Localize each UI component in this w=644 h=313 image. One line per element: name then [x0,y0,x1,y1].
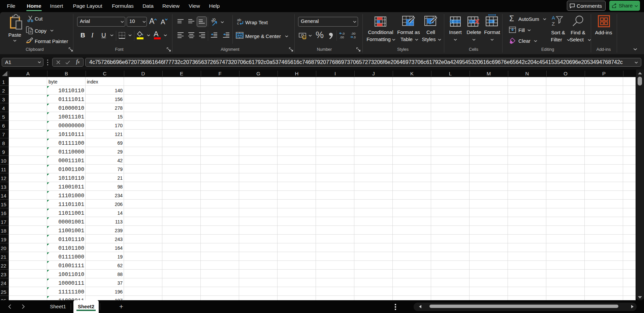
svg-text:.00: .00 [340,35,344,39]
svg-text:A: A [552,15,555,21]
svg-text:Z: Z [552,21,555,27]
svg-text:.0: .0 [353,35,356,39]
svg-text:.0: .0 [342,32,345,35]
svg-text:c: c [237,21,239,25]
svg-text:.00: .00 [351,32,355,35]
